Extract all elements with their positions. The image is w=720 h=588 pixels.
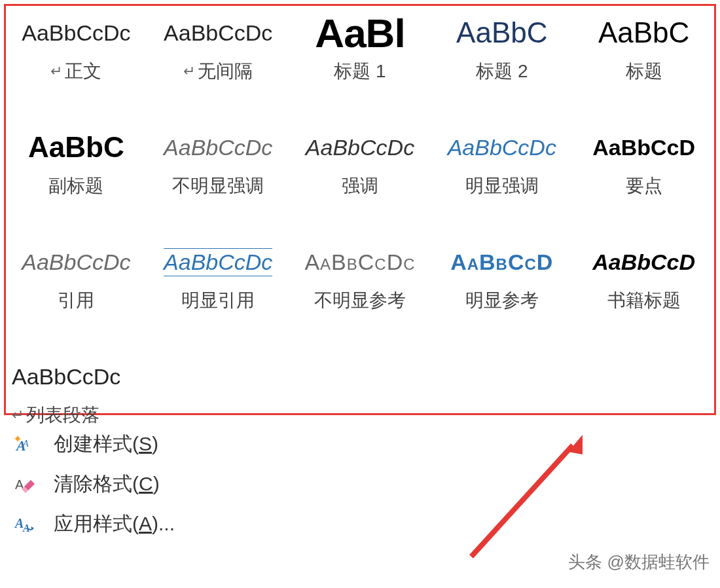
style-item-14[interactable]: AaBbCcD书籍标题 xyxy=(574,236,713,334)
style-item-10[interactable]: AaBbCcDc引用 xyxy=(7,236,146,334)
style-preview: AaBbCcDc xyxy=(432,121,571,174)
style-name-label: 书籍标题 xyxy=(607,288,681,313)
style-preview: AaBbCcDc xyxy=(12,350,146,403)
style-preview: AaBbCcDc xyxy=(291,236,430,288)
paragraph-mark-icon: ↵ xyxy=(50,63,62,80)
style-item-4[interactable]: AaBbC标题 xyxy=(574,7,713,105)
style-preview: AaBbCcDc xyxy=(149,121,288,174)
style-name-label: 不明显参考 xyxy=(314,288,406,313)
style-preview: AaBbCcDc xyxy=(149,236,288,288)
clear-formatting-label: 清除格式(C) xyxy=(54,471,160,498)
style-preview: AaBbCcDc xyxy=(7,7,146,59)
style-name-label: 引用 xyxy=(58,288,94,313)
style-item-7[interactable]: AaBbCcDc强调 xyxy=(291,121,430,219)
style-name-label: 标题 xyxy=(626,59,662,84)
watermark-text: 头条 @数据蛙软件 xyxy=(568,551,710,574)
style-name-label: ↵正文 xyxy=(50,59,101,84)
style-name-label: 副标题 xyxy=(48,174,103,198)
style-preview: AaBbCcDc xyxy=(149,7,288,59)
clear-formatting-icon: A xyxy=(12,473,38,496)
style-name-label: 标题 2 xyxy=(476,59,528,84)
style-item-1[interactable]: AaBbCcDc↵无间隔 xyxy=(149,7,288,105)
style-preview: AaBl xyxy=(291,7,430,59)
style-item-12[interactable]: AaBbCcDc不明显参考 xyxy=(291,236,430,334)
style-name-label: ↵无间隔 xyxy=(183,59,253,84)
style-name-label: 强调 xyxy=(342,174,378,198)
style-item-3[interactable]: AaBbC标题 2 xyxy=(432,7,571,105)
svg-text:A: A xyxy=(22,523,30,534)
style-preview: AaBbC xyxy=(432,7,571,59)
style-item-9[interactable]: AaBbCcD要点 xyxy=(574,121,713,219)
style-item-5[interactable]: AaBbC副标题 xyxy=(7,121,146,219)
style-preview: AaBbCcDc xyxy=(291,121,430,174)
svg-text:A: A xyxy=(22,439,29,449)
clear-formatting-menu-item[interactable]: A 清除格式(C) xyxy=(7,464,713,504)
apply-styles-menu-item[interactable]: A A 应用样式(A)... xyxy=(7,504,713,544)
apply-styles-icon: A A xyxy=(12,513,38,536)
style-preview: AaBbC xyxy=(7,121,146,174)
style-item-0[interactable]: AaBbCcDc↵正文 xyxy=(7,7,146,105)
style-name-label: 要点 xyxy=(626,174,662,198)
style-item-2[interactable]: AaBl标题 1 xyxy=(291,7,430,105)
style-name-label: 明显强调 xyxy=(465,174,539,198)
apply-styles-label: 应用样式(A)... xyxy=(54,511,175,538)
styles-gallery: AaBbCcDc↵正文AaBbCcDc↵无间隔AaBl标题 1AaBbC标题 2… xyxy=(7,7,713,449)
create-style-menu-item[interactable]: A A 创建样式(S) xyxy=(7,424,713,464)
style-preview: AaBbCcD xyxy=(574,236,713,288)
paragraph-mark-icon: ↵ xyxy=(12,407,24,424)
style-preview: AaBbC xyxy=(574,7,713,59)
style-preview: AaBbCcD xyxy=(432,236,571,288)
style-item-11[interactable]: AaBbCcDc明显引用 xyxy=(149,236,288,334)
style-item-8[interactable]: AaBbCcDc明显强调 xyxy=(432,121,571,219)
style-name-label: 明显引用 xyxy=(181,288,255,313)
svg-point-2 xyxy=(16,437,20,441)
style-name-label: 明显参考 xyxy=(465,288,539,313)
style-preview: AaBbCcD xyxy=(574,121,713,174)
styles-menu: A A 创建样式(S) A 清除格式(C) A A xyxy=(7,424,713,544)
style-name-label: 不明显强调 xyxy=(172,174,264,198)
create-style-icon: A A xyxy=(12,433,38,456)
style-item-13[interactable]: AaBbCcD明显参考 xyxy=(432,236,571,334)
paragraph-mark-icon: ↵ xyxy=(183,63,195,80)
create-style-label: 创建样式(S) xyxy=(54,431,158,458)
style-preview: AaBbCcDc xyxy=(7,236,146,288)
style-item-6[interactable]: AaBbCcDc不明显强调 xyxy=(149,121,288,219)
style-name-label: 标题 1 xyxy=(334,59,386,84)
